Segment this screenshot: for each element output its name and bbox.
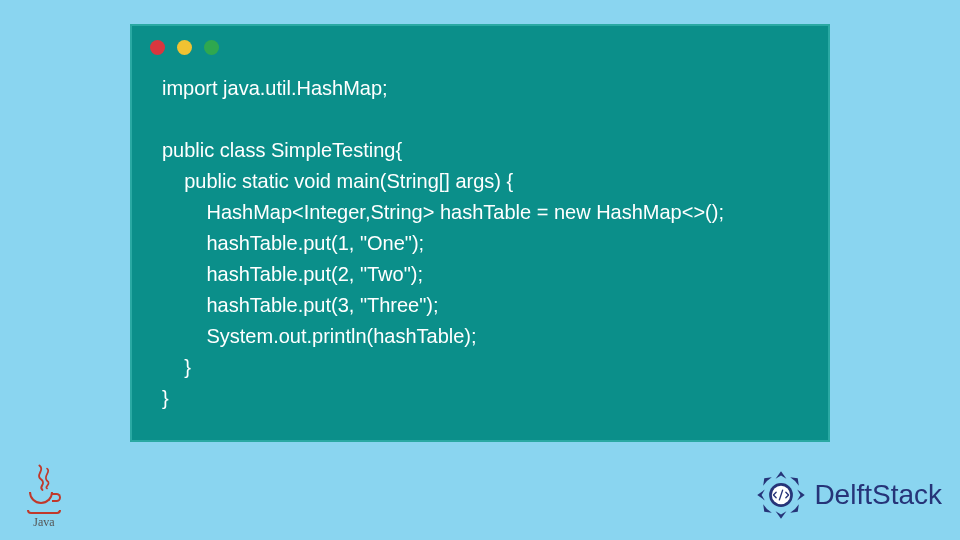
delftstack-brand: DelftStack xyxy=(754,468,942,522)
close-icon xyxy=(150,40,165,55)
maximize-icon xyxy=(204,40,219,55)
code-window: import java.util.HashMap; public class S… xyxy=(130,24,830,442)
java-saucer-icon xyxy=(27,510,61,514)
window-controls xyxy=(132,26,828,61)
code-block: import java.util.HashMap; public class S… xyxy=(132,61,828,434)
java-logo: Java xyxy=(18,464,70,530)
minimize-icon xyxy=(177,40,192,55)
delftstack-label: DelftStack xyxy=(814,479,942,511)
java-label: Java xyxy=(33,515,54,530)
java-steam-icon xyxy=(27,464,61,492)
delftstack-logo-icon xyxy=(754,468,808,522)
java-cup-icon xyxy=(27,494,61,509)
